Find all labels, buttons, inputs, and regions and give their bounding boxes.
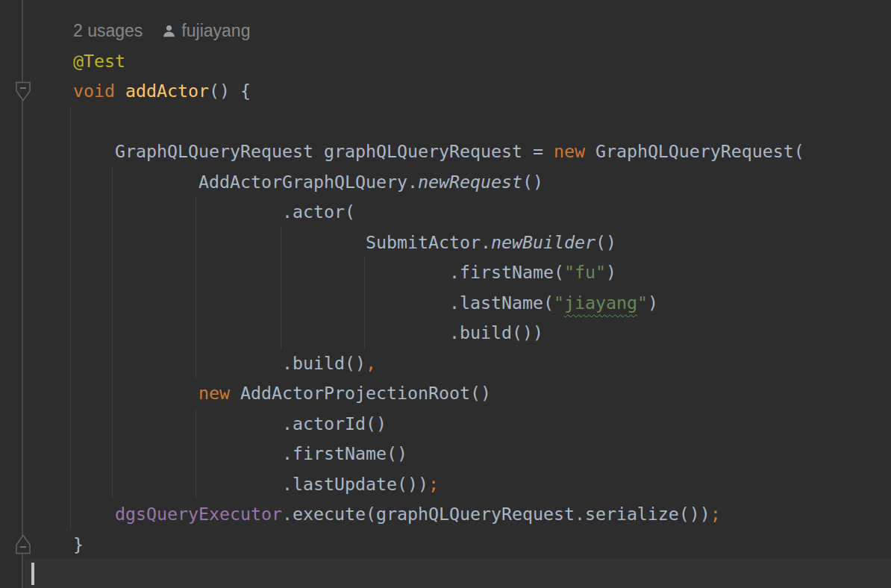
code-token: () { xyxy=(209,81,251,101)
code-editor: 2 usages fujiayang @Test void addActor()… xyxy=(0,0,891,588)
code-token: () xyxy=(522,172,543,192)
code-line[interactable]: .actor( xyxy=(31,197,891,228)
code-token: void xyxy=(73,81,115,101)
code-token: .execute(graphQLQueryRequest.serialize()… xyxy=(282,504,710,524)
code-token: @Test xyxy=(31,51,125,71)
code-line[interactable]: void addActor() { xyxy=(31,76,891,107)
code-token: .build() xyxy=(31,353,366,373)
code-token: .lastName( xyxy=(31,293,554,313)
code-line[interactable] xyxy=(31,107,891,137)
code-token: GraphQLQueryRequest graphQLQueryRequest … xyxy=(31,141,554,161)
author-hint[interactable]: fujiayang xyxy=(181,21,250,41)
code-vision-row: 2 usages fujiayang xyxy=(31,16,250,46)
code-token: dgsQueryExecutor xyxy=(115,504,282,524)
code-line[interactable]: .build()) xyxy=(31,318,891,348)
code-line[interactable]: .build(), xyxy=(31,348,891,379)
code-line[interactable]: SubmitActor.newBuilder() xyxy=(31,228,891,258)
code-token: .lastUpdate()) xyxy=(31,474,428,494)
code-line[interactable]: new AddActorProjectionRoot() xyxy=(31,378,891,409)
text-caret xyxy=(31,563,34,585)
fold-collapse-end-icon[interactable] xyxy=(14,534,32,555)
code-line[interactable]: .firstName() xyxy=(31,439,891,469)
code-token: () xyxy=(595,232,616,252)
code-token: ; xyxy=(428,474,439,494)
code-line[interactable]: } xyxy=(31,530,891,560)
code-token: addActor xyxy=(125,81,209,101)
code-token: newRequest xyxy=(418,172,522,192)
code-token: ) xyxy=(606,262,616,282)
code-line[interactable]: .lastUpdate()); xyxy=(31,469,891,500)
code-token: jiayang xyxy=(564,293,637,313)
code-line[interactable]: AddActorGraphQLQuery.newRequest() xyxy=(31,167,891,198)
code-token xyxy=(31,383,198,403)
code-token: " xyxy=(637,293,648,313)
code-token: new xyxy=(198,383,230,403)
code-token: AddActorProjectionRoot() xyxy=(230,383,491,403)
code-token: .firstName( xyxy=(31,262,564,282)
code-line[interactable]: @Test xyxy=(31,46,891,77)
author-person-icon xyxy=(162,24,176,38)
code-token: newBuilder xyxy=(491,232,595,252)
code-token: " xyxy=(554,293,564,313)
usages-hint[interactable]: 2 usages xyxy=(73,21,143,41)
fold-collapse-start-icon[interactable] xyxy=(14,81,32,102)
code-token: ; xyxy=(710,504,721,524)
code-area[interactable]: @Test void addActor() { GraphQLQueryRequ… xyxy=(31,46,891,588)
code-token: SubmitActor. xyxy=(31,232,491,252)
code-token: .actor( xyxy=(31,201,355,222)
code-token: AddActorGraphQLQuery. xyxy=(31,172,418,192)
code-token: "fu" xyxy=(564,262,606,282)
code-token: .firstName() xyxy=(31,443,407,463)
code-line[interactable]: .firstName("fu") xyxy=(31,257,891,288)
code-line[interactable]: .actorId() xyxy=(31,409,891,440)
code-token: , xyxy=(366,353,376,373)
code-token: } xyxy=(31,534,84,554)
code-token: .actorId() xyxy=(31,413,387,434)
code-line[interactable]: .lastName("jiayang") xyxy=(31,288,891,319)
code-line[interactable]: GraphQLQueryRequest graphQLQueryRequest … xyxy=(31,137,891,167)
code-line[interactable]: dgsQueryExecutor.execute(graphQLQueryReq… xyxy=(31,499,891,530)
code-token: ) xyxy=(648,293,658,313)
code-token: .build()) xyxy=(31,322,543,343)
code-token xyxy=(31,81,73,101)
code-token: new xyxy=(554,141,585,161)
code-line[interactable] xyxy=(31,560,891,588)
code-token xyxy=(115,81,125,101)
code-token: GraphQLQueryRequest( xyxy=(585,141,804,161)
code-token xyxy=(31,504,115,524)
